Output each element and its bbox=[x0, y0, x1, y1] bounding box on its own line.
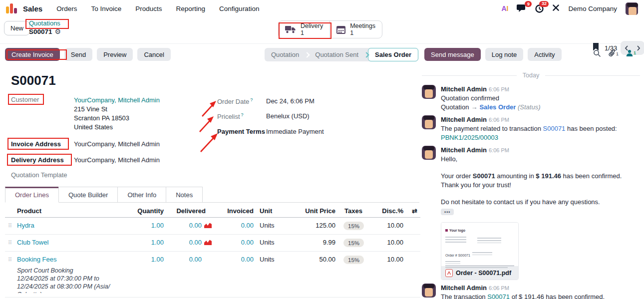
drag-handle-icon[interactable]: ⠿ bbox=[8, 223, 12, 229]
delivered-cell[interactable]: 0.00 bbox=[167, 252, 215, 298]
col-unit-price[interactable]: Unit Price bbox=[289, 205, 338, 218]
col-invoiced[interactable]: Invoiced bbox=[215, 205, 257, 218]
status-quotation[interactable]: Quotation bbox=[265, 51, 306, 58]
status-quotation-sent[interactable]: Quotation Sent bbox=[309, 51, 365, 58]
product-link[interactable]: Hydra bbox=[17, 222, 34, 229]
discount-cell[interactable]: 10.00 bbox=[370, 235, 406, 252]
preview-button[interactable]: Preview bbox=[97, 48, 133, 61]
product-link[interactable]: Club Towel bbox=[17, 239, 48, 246]
attachments-button[interactable]: 1 bbox=[609, 49, 619, 59]
send-button[interactable]: Send bbox=[64, 48, 92, 61]
quantity-cell[interactable]: 1.00 bbox=[129, 252, 167, 298]
col-taxes[interactable]: Taxes bbox=[338, 205, 370, 218]
app-name[interactable]: Sales bbox=[23, 4, 42, 13]
tab-quote-builder[interactable]: Quote Builder bbox=[58, 187, 118, 202]
delivered-cell[interactable]: 0.00 bbox=[167, 218, 215, 235]
col-unit[interactable]: Unit bbox=[257, 205, 289, 218]
meetings-smart-button[interactable]: Meetings 1 bbox=[329, 21, 382, 38]
menu-configuration[interactable]: Configuration bbox=[219, 5, 259, 12]
activity-button[interactable]: Activity bbox=[528, 48, 561, 61]
invoice-address-value[interactable]: YourCompany, Mitchell Admin bbox=[74, 140, 160, 148]
col-delivered[interactable]: Delivered bbox=[167, 205, 215, 218]
delivery-smart-button[interactable]: Delivery 1 bbox=[279, 21, 329, 38]
record-link[interactable]: S00071 bbox=[543, 125, 566, 132]
order-line-row[interactable]: ⠿ Club Towel 1.00 0.00 0.00 Units 9.99 1… bbox=[5, 235, 420, 252]
menu-to-invoice[interactable]: To Invoice bbox=[91, 5, 121, 12]
customer-link[interactable]: YourCompany, Mitchell Admin bbox=[74, 96, 160, 105]
message-avatar[interactable] bbox=[422, 115, 436, 129]
attachment-footer[interactable]: Order - S00071.pdf bbox=[441, 267, 518, 280]
col-disc[interactable]: Disc.% bbox=[370, 205, 406, 218]
attachment-name[interactable]: Order - S00071.pdf bbox=[456, 269, 511, 278]
tax-badge[interactable]: 15% bbox=[343, 239, 364, 247]
record-link[interactable]: S00071 bbox=[487, 293, 510, 299]
breadcrumb-quotations[interactable]: Quotations bbox=[29, 19, 60, 27]
tab-notes[interactable]: Notes bbox=[166, 187, 203, 202]
invoiced-cell[interactable]: 0.00 bbox=[215, 235, 257, 252]
order-date-value[interactable]: Dec 24, 6:06 PM bbox=[266, 97, 315, 105]
drag-handle-icon[interactable]: ⠿ bbox=[8, 240, 12, 246]
tax-badge[interactable]: 15% bbox=[343, 256, 364, 264]
unit-cell[interactable]: Units bbox=[257, 252, 289, 298]
status-sales-order[interactable]: Sales Order bbox=[368, 48, 418, 61]
product-link[interactable]: Booking Fees bbox=[17, 256, 57, 263]
payment-terms-value[interactable]: Immediate Payment bbox=[266, 128, 324, 135]
delivered-cell[interactable]: 0.00 bbox=[167, 235, 215, 252]
new-button[interactable]: New bbox=[4, 21, 30, 35]
unit-price-cell[interactable]: 9.99 bbox=[289, 235, 338, 252]
send-message-button[interactable]: Send message bbox=[424, 48, 481, 61]
forecast-chart-icon[interactable] bbox=[204, 240, 212, 245]
menu-products[interactable]: Products bbox=[135, 5, 162, 12]
col-product[interactable]: Product bbox=[14, 205, 129, 218]
menu-reporting[interactable]: Reporting bbox=[176, 5, 206, 12]
menu-orders[interactable]: Orders bbox=[56, 5, 77, 12]
order-line-row[interactable]: ⠿ Hydra 1.00 0.00 0.00 Units 125.00 15% … bbox=[5, 218, 420, 235]
drag-handle-icon[interactable]: ⠿ bbox=[8, 257, 12, 263]
tax-badge[interactable]: 15% bbox=[343, 222, 364, 230]
action-gear-icon[interactable]: ⚙ bbox=[55, 27, 61, 35]
message-avatar[interactable] bbox=[422, 85, 436, 99]
unit-cell[interactable]: Units bbox=[257, 235, 289, 252]
order-line-row[interactable]: ⠿ Booking Fees Sport Court Booking 12/24… bbox=[5, 252, 420, 298]
unit-price-cell[interactable]: 125.00 bbox=[289, 218, 338, 235]
message-author[interactable]: Mitchell Admin bbox=[441, 146, 487, 154]
followers-button[interactable]: 1 bbox=[626, 49, 636, 58]
attachment-card[interactable]: Your logo Order # S00071 Order - S00071.… bbox=[441, 222, 519, 280]
ai-icon[interactable]: AI bbox=[501, 4, 508, 12]
unit-cell[interactable]: Units bbox=[257, 218, 289, 235]
pricelist-value[interactable]: Benelux (USD) bbox=[266, 112, 310, 120]
message-avatar[interactable] bbox=[422, 146, 436, 160]
record-title[interactable]: S00071 bbox=[11, 73, 56, 88]
quantity-cell[interactable]: 1.00 bbox=[129, 218, 167, 235]
expand-message-button[interactable]: ••• bbox=[441, 209, 454, 215]
tools-icon[interactable] bbox=[552, 4, 560, 13]
payment-link[interactable]: PBNK1/2025/00003 bbox=[441, 134, 498, 141]
cancel-button[interactable]: Cancel bbox=[137, 48, 170, 61]
forecast-chart-icon[interactable] bbox=[204, 223, 212, 228]
user-avatar[interactable] bbox=[626, 2, 638, 15]
tab-order-lines[interactable]: Order Lines bbox=[5, 187, 59, 203]
optional-columns-toggle-icon[interactable]: ⇄ bbox=[406, 205, 420, 218]
quantity-cell[interactable]: 1.00 bbox=[129, 235, 167, 252]
unit-price-cell[interactable]: 50.00 bbox=[289, 252, 338, 298]
message-author[interactable]: Mitchell Admin bbox=[441, 284, 487, 292]
discount-cell[interactable]: 10.00 bbox=[370, 218, 406, 235]
pdf-thumbnail[interactable]: Your logo Order # S00071 bbox=[441, 223, 518, 267]
messages-icon[interactable]: 9 bbox=[517, 4, 527, 12]
delivery-address-value[interactable]: YourCompany, Mitchell Admin bbox=[74, 156, 160, 164]
company-switcher[interactable]: Demo Company bbox=[568, 5, 617, 12]
col-quantity[interactable]: Quantity bbox=[129, 205, 167, 218]
tab-other-info[interactable]: Other Info bbox=[117, 187, 166, 202]
odoo-logo-icon[interactable] bbox=[6, 3, 17, 13]
tracking-new-value[interactable]: Sales Order bbox=[479, 103, 516, 111]
invoiced-cell[interactable]: 0.00 bbox=[215, 218, 257, 235]
create-invoice-button[interactable]: Create Invoice bbox=[5, 48, 60, 61]
message-author[interactable]: Mitchell Admin bbox=[441, 85, 487, 93]
search-messages-icon[interactable] bbox=[593, 49, 601, 59]
quotation-template-field[interactable] bbox=[74, 171, 174, 179]
message-author[interactable]: Mitchell Admin bbox=[441, 116, 487, 123]
message-avatar[interactable] bbox=[422, 284, 436, 298]
discount-cell[interactable]: 10.00 bbox=[370, 252, 406, 298]
activities-icon[interactable]: 32 bbox=[535, 4, 544, 13]
invoiced-cell[interactable]: 0.00 bbox=[215, 252, 257, 298]
